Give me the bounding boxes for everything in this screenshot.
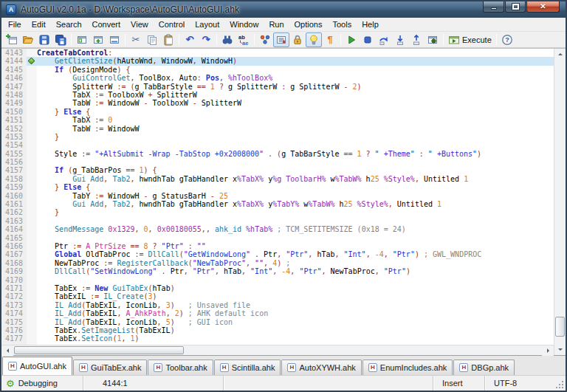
code-line-4148[interactable]: 4148 TabX := ToolboxW + SplitterW — [1, 91, 554, 99]
menu-item-convert[interactable]: Convert — [87, 18, 126, 31]
redo-button[interactable]: ↷ — [198, 32, 214, 47]
hints-button[interactable] — [306, 32, 322, 47]
save-all-button[interactable] — [52, 32, 69, 47]
toolbox-view-button[interactable] — [74, 32, 90, 47]
output-panel-button[interactable] — [273, 32, 289, 47]
file-tab-enumincludes-ahk[interactable]: HEnumIncludes.ahk — [362, 360, 453, 375]
code-line-4150[interactable]: 4150 } Else { — [1, 108, 554, 116]
file-tab-scintilla-ahk[interactable]: HScintilla.ahk — [214, 360, 281, 375]
titlebar[interactable]: A AutoGUI v2.0.1a - D:\Workspace\AutoGUI… — [1, 1, 566, 18]
file-tab-dbgp-ahk[interactable]: HDBGp.ahk — [453, 360, 515, 375]
code-line-4154[interactable]: 4154 — [1, 141, 554, 149]
stop-button[interactable] — [360, 32, 376, 47]
code-line-4168[interactable]: 4168 NewTabProc := RegisterCallback("New… — [1, 259, 554, 267]
copy-button[interactable] — [144, 32, 160, 47]
menu-item-file[interactable]: File — [3, 18, 27, 31]
horizontal-scroll-thumb[interactable] — [14, 346, 184, 354]
code-line-4174[interactable]: 4174 IL_Add(TabExIL, A_AhkPath, 2) ; AHK… — [1, 309, 554, 317]
code-line-4166[interactable]: 4166 Ptr := A_PtrSize == 8 ? "Ptr" : "" — [1, 242, 554, 250]
code-text: NewTabProc := RegisterCallback("NewTabPr… — [37, 259, 554, 267]
code-area[interactable]: 4143CreateTabControl:4144 GetClientSize(… — [1, 49, 554, 345]
maximize-button[interactable] — [505, 1, 526, 13]
code-line-4159[interactable]: 4159 } Else { — [1, 183, 554, 191]
resize-grip[interactable] — [556, 381, 565, 390]
cut-button[interactable]: ✂ — [128, 32, 144, 47]
vertical-scroll-thumb[interactable] — [555, 317, 565, 337]
find-button[interactable] — [219, 32, 236, 47]
dialog-view-button[interactable] — [106, 32, 123, 47]
code-line-4161[interactable]: 4161 Gui Add, Tab2, hwndhTab gTabHandler… — [1, 200, 554, 208]
code-token: : — [277, 83, 290, 91]
code-line-4162[interactable]: 4162 } — [1, 208, 554, 216]
code-token: TabW — [37, 125, 94, 133]
code-line-4152[interactable]: 4152 TabW := WindowW — [1, 125, 554, 133]
horizontal-scrollbar[interactable] — [1, 345, 554, 355]
file-tab-toolbar-ahk[interactable]: HToolbar.ahk — [148, 360, 213, 375]
step-over-button[interactable] — [376, 32, 392, 47]
code-line-4169[interactable]: 4169 DllCall("SetWindowLong" . Ptr, "Ptr… — [1, 267, 554, 275]
code-line-4146[interactable]: 4146 GuiControlGet, ToolBox, Auto: Pos, … — [1, 74, 554, 82]
close-button[interactable]: ✕ — [526, 1, 560, 13]
step-into-button[interactable] — [392, 32, 408, 47]
code-line-4158[interactable]: 4158 Gui Add, Tab2, hwndhTab gTabHandler… — [1, 175, 554, 183]
paste-button[interactable] — [160, 32, 176, 47]
menu-item-search[interactable]: Search — [51, 18, 87, 31]
code-line-4160[interactable]: 4160 TabY := WindowH - g_StatusBarH - 25 — [1, 192, 554, 200]
code-line-4176[interactable]: 4176 TabEx.SetImageList(TabExIL) — [1, 326, 554, 334]
vertical-scrollbar[interactable] — [554, 49, 566, 355]
step-out-button[interactable] — [408, 32, 425, 47]
code-line-4155[interactable]: 4155 Style := "+AltSubmit -Wrap -TabStop… — [1, 150, 554, 158]
code-line-4163[interactable]: 4163 — [1, 217, 554, 225]
debug-window-button[interactable] — [425, 32, 441, 47]
file-tab-autoxywh-ahk[interactable]: HAutoXYWH.ahk — [281, 360, 361, 375]
menu-item-edit[interactable]: Edit — [27, 18, 51, 31]
code-line-4171[interactable]: 4171 TabEx := New GuiTabEx(hTab) — [1, 284, 554, 292]
code-line-4164[interactable]: 4164 SendMessage 0x1329, 0, 0x00180055,,… — [1, 225, 554, 233]
whitespace-button[interactable]: ¶ — [322, 32, 338, 47]
file-tab-guitabex-ahk[interactable]: HGuiTabEx.ahk — [73, 360, 147, 375]
code-line-4165[interactable]: 4165 — [1, 234, 554, 242]
code-line-4177[interactable]: 4177 TabEx.SetIcon(1, 1) — [1, 334, 554, 343]
menu-item-run[interactable]: Run — [264, 18, 289, 31]
new-window-button[interactable] — [90, 32, 106, 47]
menu-item-control[interactable]: Control — [154, 18, 190, 31]
scroll-left-arrow[interactable] — [1, 345, 13, 356]
undo-button[interactable]: ↶ — [182, 32, 198, 47]
code-line-4147[interactable]: 4147 SplitterW := (g_TabBarStyle == 1 ? … — [1, 83, 554, 91]
open-button[interactable] — [20, 32, 36, 47]
code-line-4153[interactable]: 4153 } — [1, 133, 554, 141]
code-line-4173[interactable]: 4173 IL_Add(TabExIL, IconLib, 3) ; Unsav… — [1, 301, 554, 309]
menu-item-tools[interactable]: Tools — [327, 18, 357, 31]
replace-button[interactable]: abae — [236, 32, 252, 47]
code-line-4175[interactable]: 4175 IL_Add(TabExIL, IconLib, 5) ; GUI i… — [1, 318, 554, 326]
line-number: 4160 — [1, 192, 27, 200]
scroll-right-arrow[interactable] — [542, 345, 554, 356]
file-tab-autogui-ahk[interactable]: HAutoGUI.ahk — [2, 357, 72, 375]
code-line-4157[interactable]: 4157 If (g_TabBarPos == 1) { — [1, 166, 554, 174]
menu-item-options[interactable]: Options — [289, 18, 328, 31]
menu-item-layout[interactable]: Layout — [190, 18, 224, 31]
menu-item-view[interactable]: View — [126, 18, 154, 31]
new-form-button[interactable] — [4, 32, 20, 47]
lock-button[interactable] — [289, 32, 306, 47]
menu-item-help[interactable]: Help — [357, 18, 384, 31]
run-button[interactable] — [343, 32, 360, 47]
symbols-button[interactable] — [257, 32, 273, 47]
code-line-4143[interactable]: 4143CreateTabControl: — [1, 49, 554, 57]
code-line-4156[interactable]: 4156 — [1, 158, 554, 166]
code-line-4167[interactable]: 4167 Global OldTabProc := DllCall("GetWi… — [1, 250, 554, 258]
code-line-4151[interactable]: 4151 TabX := 0 — [1, 116, 554, 124]
save-button[interactable] — [36, 32, 52, 47]
menu-item-window[interactable]: Window — [224, 18, 264, 31]
execute-button[interactable]: Execute — [446, 32, 494, 47]
scroll-down-arrow[interactable] — [554, 344, 566, 355]
code-line-4172[interactable]: 4172 TabExIL := IL_Create(3) — [1, 292, 554, 300]
code-line-4145[interactable]: 4145 If (DesignMode) { — [1, 66, 554, 74]
help-button[interactable]: ? — [499, 32, 515, 47]
code-line-4149[interactable]: 4149 TabW := WindowW - ToolboxW - Splitt… — [1, 99, 554, 107]
code-token: h — [362, 175, 371, 183]
code-line-4144[interactable]: 4144 GetClientSize(hAutoWnd, WindowW, Wi… — [1, 57, 554, 65]
scroll-up-arrow[interactable] — [554, 49, 566, 60]
code-line-4170[interactable]: 4170 — [1, 276, 554, 284]
minimize-button[interactable] — [483, 1, 504, 13]
